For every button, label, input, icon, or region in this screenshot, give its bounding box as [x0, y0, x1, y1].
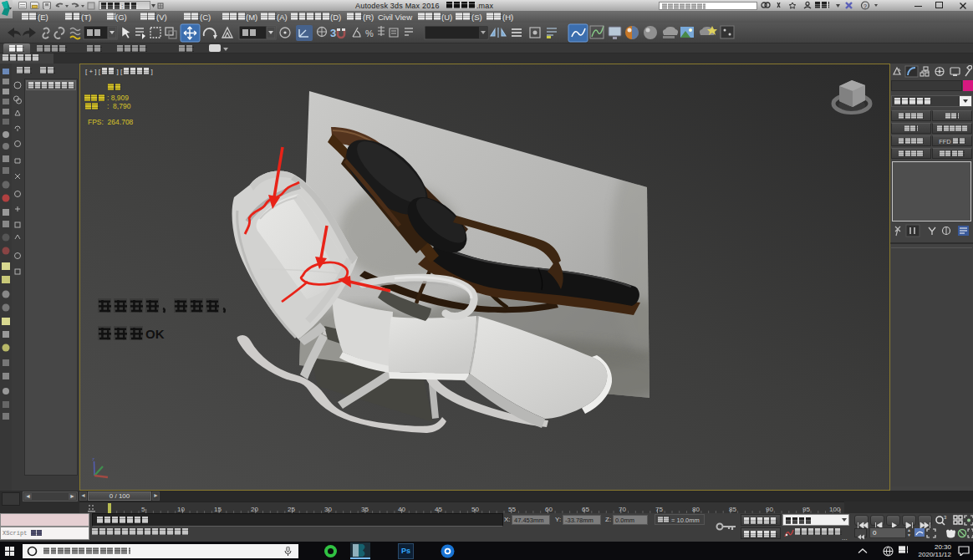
svg-text:OK: OK [145, 327, 165, 341]
svg-text:80: 80 [692, 506, 700, 513]
svg-text:50: 50 [471, 506, 479, 513]
svg-text:10: 10 [177, 506, 185, 513]
svg-text:45: 45 [435, 506, 442, 513]
svg-text:30: 30 [324, 506, 332, 513]
svg-text:40: 40 [398, 506, 405, 513]
svg-text:75: 75 [655, 506, 663, 513]
svg-text:55: 55 [508, 506, 516, 513]
svg-text:20: 20 [251, 506, 258, 513]
svg-text:%: % [365, 28, 374, 38]
svg-text:60: 60 [545, 506, 553, 513]
svg-text:?: ? [863, 3, 867, 9]
svg-text:3: 3 [944, 515, 947, 520]
svg-text:65: 65 [582, 506, 589, 513]
svg-text:95: 95 [802, 506, 810, 513]
svg-text:35: 35 [361, 506, 369, 513]
svg-text:90: 90 [766, 506, 773, 513]
svg-text:15: 15 [214, 506, 222, 513]
svg-text:z: z [92, 456, 94, 461]
svg-text:100: 100 [829, 506, 841, 513]
svg-text:5: 5 [141, 506, 145, 513]
svg-text:70: 70 [619, 506, 626, 513]
svg-text:3: 3 [330, 27, 336, 39]
svg-text:85: 85 [729, 506, 736, 513]
svg-text:25: 25 [288, 506, 295, 513]
